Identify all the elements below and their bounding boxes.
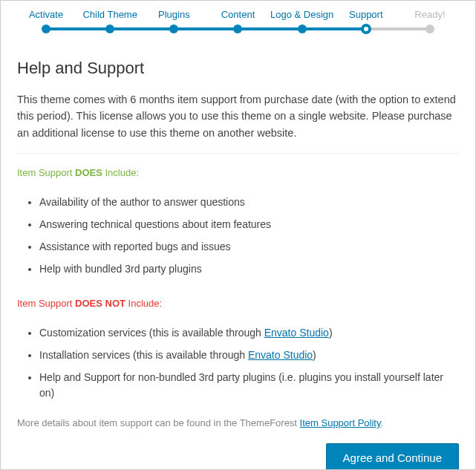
wizard-steps: Activate Child Theme Plugins Content Log… (1, 1, 475, 36)
does-include-list: Availability of the author to answer que… (23, 195, 459, 277)
list-text: ) (329, 327, 333, 339)
step-label: Child Theme (82, 9, 137, 20)
header-prefix: Item Support (17, 167, 75, 178)
step-track (46, 27, 78, 30)
footer-text: More details about item support can be f… (17, 417, 300, 428)
envato-studio-link[interactable]: Envato Studio (264, 327, 329, 339)
header-strong: DOES (75, 167, 102, 178)
envato-studio-link[interactable]: Envato Studio (248, 349, 313, 361)
does-include-header: Item Support DOES Include: (17, 167, 459, 178)
header-strong: DOES NOT (75, 298, 125, 309)
step-dot-current (361, 24, 371, 34)
step-label: Plugins (158, 9, 190, 20)
list-text: ) (313, 349, 316, 361)
content-panel: Help and Support This theme comes with 6… (1, 36, 475, 470)
step-label: Support (349, 9, 383, 20)
step-support[interactable]: Support (334, 8, 398, 36)
footer-text: . (380, 417, 383, 428)
does-not-include-header: Item Support DOES NOT Include: (17, 298, 459, 309)
list-text: Customization services (this is availabl… (39, 327, 264, 339)
step-child-theme[interactable]: Child Theme (78, 8, 142, 36)
step-label: Ready! (414, 9, 445, 20)
list-item: Availability of the author to answer que… (39, 195, 459, 210)
step-ready: Ready! (398, 8, 462, 36)
step-dot (233, 25, 242, 33)
step-dot (169, 25, 178, 33)
step-content[interactable]: Content (206, 8, 270, 36)
intro-text: This theme comes with 6 months item supp… (17, 91, 459, 141)
header-prefix: Item Support (17, 298, 75, 309)
header-suffix: Include: (102, 167, 139, 178)
step-dot (426, 25, 434, 33)
list-item: Answering technical questions about item… (39, 217, 459, 232)
list-item: Customization services (this is availabl… (39, 325, 459, 341)
step-dot (42, 25, 50, 33)
item-support-policy-link[interactable]: Item Support Polity (300, 417, 381, 428)
list-item: Help and Support for non-bundled 3rd par… (39, 370, 459, 401)
step-label: Content (221, 9, 255, 20)
step-dot (298, 25, 307, 33)
does-not-include-list: Customization services (this is availabl… (23, 325, 459, 401)
step-label: Logo & Design (270, 9, 333, 20)
step-label: Activate (29, 9, 63, 20)
page-title: Help and Support (17, 59, 459, 78)
step-dot (105, 25, 114, 33)
step-logo-design[interactable]: Logo & Design (270, 8, 334, 36)
agree-continue-button[interactable]: Agree and Continue (326, 443, 459, 470)
list-item: Help with bundled 3rd party plugins (39, 261, 459, 277)
header-suffix: Include: (125, 298, 162, 309)
divider (17, 153, 459, 154)
button-row: Agree and Continue (17, 443, 459, 470)
footer-note: More details about item support can be f… (17, 417, 459, 428)
list-text: Installation services (this is available… (39, 349, 248, 361)
list-item: Installation services (this is available… (39, 347, 459, 363)
step-plugins[interactable]: Plugins (142, 8, 206, 36)
list-item: Assistance with reported bugs and issues (39, 239, 459, 255)
step-activate[interactable]: Activate (14, 8, 78, 36)
